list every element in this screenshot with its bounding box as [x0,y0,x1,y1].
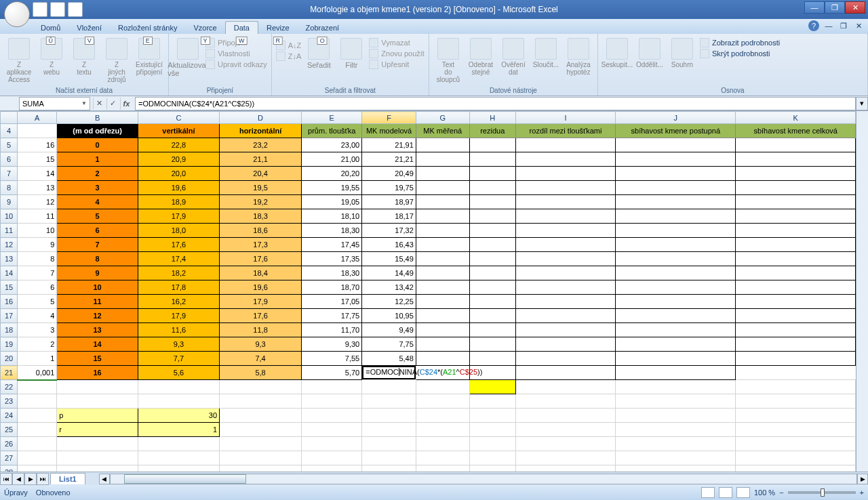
ribbon-tab-revize[interactable]: RevizeR [258,22,298,34]
cell-C20[interactable]: 7,7 [138,352,219,366]
cell-D14[interactable]: 18,4 [220,266,302,280]
row-header-15[interactable]: 15 [1,280,18,295]
cell-C26[interactable] [138,437,219,451]
cell-J13[interactable] [616,252,736,266]
cell-C28[interactable] [138,465,219,472]
cell-K11[interactable] [736,224,856,238]
cell-I10[interactable] [515,209,615,224]
cell-D26[interactable] [220,437,302,451]
cell-I26[interactable] [515,437,615,451]
cell-E20[interactable]: 7,55 [302,352,362,366]
cell-E16[interactable]: 17,05 [302,295,362,309]
sheet-tab-list1[interactable]: List1 [50,473,85,484]
cell-E27[interactable] [302,451,362,465]
row-header-4[interactable]: 4 [1,124,18,138]
cell-F16[interactable]: 12,25 [362,295,416,309]
cell-F17[interactable]: 10,95 [362,309,416,323]
cell-F10[interactable]: 18,17 [362,209,416,224]
cell-H16[interactable] [469,295,515,309]
cell-B14[interactable]: 9 [57,266,138,280]
row-header-10[interactable]: 10 [1,209,18,224]
cell-B4[interactable]: (m od odřezu) [57,124,138,138]
zoom-in-button[interactable]: + [860,488,864,497]
cell-B27[interactable] [57,451,138,465]
cell-D17[interactable]: 17,6 [220,309,302,323]
filter-button[interactable]: Filtr [336,37,366,69]
cell-B5[interactable]: 0 [57,138,138,152]
ribbon-small-button[interactable]: Vymazat [369,38,425,47]
maximize-button[interactable]: ❐ [825,1,845,14]
cell-K7[interactable] [736,167,856,181]
minimize-ribbon-icon[interactable]: — [823,20,834,31]
cell-I12[interactable] [515,238,615,252]
cell-G17[interactable] [416,309,469,323]
cell-K14[interactable] [736,266,856,280]
cell-J11[interactable] [616,224,736,238]
cell-H27[interactable] [469,451,515,465]
row-header-24[interactable]: 24 [1,409,18,423]
cell-D18[interactable]: 11,8 [220,323,302,337]
vertical-scrollbar[interactable] [856,111,868,472]
cell-K26[interactable] [736,437,856,451]
cell-B13[interactable]: 8 [57,252,138,266]
cell-G9[interactable] [416,195,469,209]
cell-G27[interactable] [416,451,469,465]
cell-B26[interactable] [57,437,138,451]
cell-I24[interactable] [515,409,615,423]
cell-F15[interactable]: 13,42 [362,280,416,295]
cell-H23[interactable] [469,394,515,409]
row-header-14[interactable]: 14 [1,266,18,280]
cell-C27[interactable] [138,451,219,465]
row-header-19[interactable]: 19 [1,337,18,352]
cell-K6[interactable] [736,152,856,167]
cell-A10[interactable]: 11 [18,209,57,224]
row-header-27[interactable]: 27 [1,451,18,465]
cell-C24[interactable]: 30 [138,409,219,423]
row-header-11[interactable]: 11 [1,224,18,238]
cell-E5[interactable]: 23,00 [302,138,362,152]
cell-I28[interactable] [515,465,615,472]
ribbon-tab-zobrazení[interactable]: ZobrazeníO [298,22,348,34]
next-sheet-button[interactable]: ▶ [24,473,37,485]
cell-C25[interactable]: 1 [138,423,219,437]
cell-A22[interactable] [18,380,57,394]
enter-icon[interactable]: ✓ [106,98,119,110]
cell-D28[interactable] [220,465,302,472]
cell-H7[interactable] [469,167,515,181]
cell-B24[interactable]: p [57,409,138,423]
cell-G20[interactable] [416,352,469,366]
cell-E10[interactable]: 18,10 [302,209,362,224]
ribbon-button[interactable]: Oddělit... [635,37,665,68]
cell-J22[interactable] [616,380,736,394]
row-header-16[interactable]: 16 [1,295,18,309]
qat-item-3[interactable]: 3 [68,2,83,17]
cell-A8[interactable]: 13 [18,181,57,195]
cell-D15[interactable]: 19,6 [220,280,302,295]
cell-A14[interactable]: 7 [18,266,57,280]
row-header-25[interactable]: 25 [1,423,18,437]
cell-H4[interactable]: rezidua [469,124,515,138]
cell-H10[interactable] [469,209,515,224]
cell-I22[interactable] [515,380,615,394]
cell-I17[interactable] [515,309,615,323]
col-header-K[interactable]: K [736,112,856,124]
cell-H5[interactable] [469,138,515,152]
cell-B22[interactable] [57,380,138,394]
cell-D16[interactable]: 17,9 [220,295,302,309]
cell-F12[interactable]: 16,43 [362,238,416,252]
cell-F5[interactable]: 21,91 [362,138,416,152]
cell-J21[interactable] [515,366,615,380]
cell-B16[interactable]: 11 [57,295,138,309]
ribbon-small-button[interactable]: Zobrazit podrobnosti [700,38,780,47]
cell-K15[interactable] [736,280,856,295]
row-header-21[interactable]: 21 [1,366,18,380]
cell-C16[interactable]: 16,2 [138,295,219,309]
cell-E7[interactable]: 20,20 [302,167,362,181]
cell-B11[interactable]: 6 [57,224,138,238]
cell-H11[interactable] [469,224,515,238]
cell-F9[interactable]: 18,97 [362,195,416,209]
zoom-level[interactable]: 100 % [754,488,775,497]
cell-I8[interactable] [515,181,615,195]
cell-J26[interactable] [616,437,736,451]
col-header-D[interactable]: D [220,112,302,124]
